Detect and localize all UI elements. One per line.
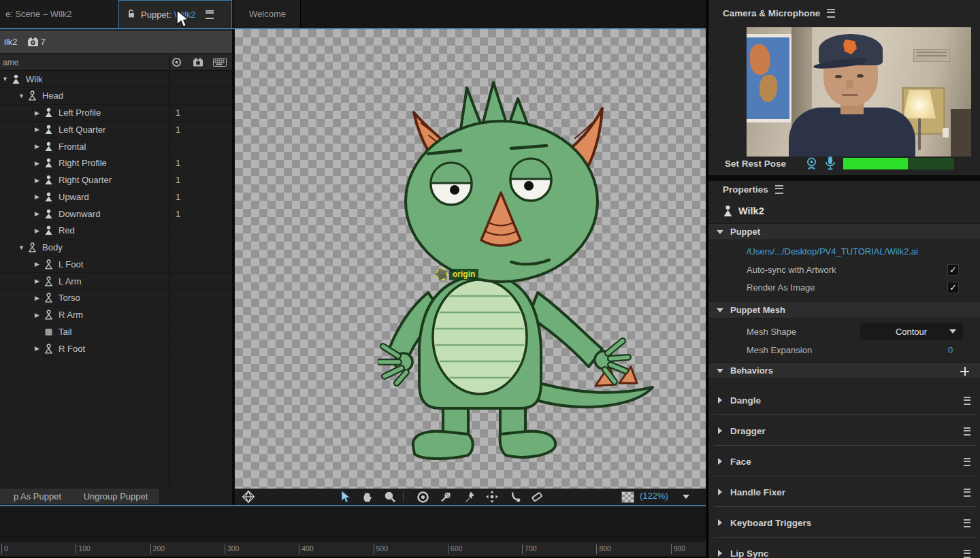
behavior-menu-icon[interactable] bbox=[964, 397, 970, 407]
tree-row-r-foot[interactable]: ▶R Foot bbox=[0, 340, 232, 357]
tree-row-l-foot[interactable]: ▶L Foot bbox=[0, 256, 232, 273]
mesh-shape-dropdown[interactable]: Contour bbox=[860, 323, 963, 340]
zoom-tool[interactable] bbox=[382, 489, 398, 504]
expand-arrow-icon[interactable]: ▶ bbox=[35, 193, 44, 200]
behavior-dangle[interactable]: Dangle bbox=[708, 385, 980, 415]
set-rest-pose-button[interactable]: Set Rest Pose bbox=[725, 159, 786, 169]
tree-row-downward[interactable]: ▶Downward1 bbox=[0, 206, 232, 223]
transparency-grid-toggle[interactable] bbox=[619, 489, 636, 504]
tree-row-left-quarter[interactable]: ▶Left Quarter1 bbox=[0, 121, 232, 138]
tab-menu-icon[interactable] bbox=[206, 10, 214, 19]
mouse-cursor bbox=[174, 9, 191, 29]
dragger-tool[interactable] bbox=[484, 489, 500, 504]
tree-row-right-profile[interactable]: ▶Right Profile1 bbox=[0, 155, 232, 172]
expand-arrow-icon[interactable]: ▶ bbox=[35, 143, 44, 150]
stick-tool[interactable] bbox=[438, 489, 454, 504]
group-as-puppet-button[interactable]: p As Puppet bbox=[0, 489, 78, 504]
behavior-keyboard-triggers[interactable]: Keyboard Triggers bbox=[708, 508, 980, 538]
expand-arrow-icon[interactable]: ▶ bbox=[35, 126, 44, 133]
eraser-tool[interactable] bbox=[529, 489, 545, 504]
tab-welcome[interactable]: Welcome bbox=[235, 0, 301, 28]
tree-row-frontal[interactable]: ▶Frontal bbox=[0, 138, 232, 155]
right-panel: Camera & Microphone bbox=[707, 0, 980, 558]
expand-arrow-icon[interactable]: ▶ bbox=[35, 160, 44, 167]
behavior-menu-icon[interactable] bbox=[964, 458, 970, 468]
section-collapse-icon[interactable] bbox=[717, 369, 723, 373]
section-collapse-icon[interactable] bbox=[717, 308, 723, 312]
show-mesh-icon[interactable] bbox=[240, 489, 257, 504]
webcam-toggle-icon[interactable] bbox=[804, 157, 819, 174]
expand-arrow-icon[interactable]: ▶ bbox=[35, 295, 44, 301]
behaviors-section-header[interactable]: Behaviors bbox=[708, 362, 980, 379]
behavior-expand-icon[interactable] bbox=[718, 489, 722, 495]
tab-scene[interactable]: e: Scene – Wilk2 bbox=[0, 0, 122, 28]
expand-arrow-icon[interactable]: ▶ bbox=[35, 110, 44, 116]
ungroup-puppet-button[interactable]: Ungroup Puppet bbox=[72, 489, 159, 504]
add-behavior-icon[interactable] bbox=[960, 367, 969, 376]
behavior-expand-icon[interactable] bbox=[718, 550, 722, 557]
tree-row-red[interactable]: ▶Red bbox=[0, 223, 232, 240]
microphone-toggle-icon[interactable] bbox=[825, 156, 836, 174]
timeline-ruler[interactable]: 0100200300400500600700800900 bbox=[0, 542, 706, 558]
expand-arrow-icon[interactable]: ▶ bbox=[35, 210, 44, 217]
tree-row-l-arm[interactable]: ▶L Arm bbox=[0, 273, 232, 290]
expand-arrow-icon[interactable]: ▼ bbox=[2, 76, 12, 82]
pin-tool[interactable] bbox=[461, 489, 477, 504]
zoom-dropdown-caret[interactable] bbox=[683, 495, 689, 499]
tree-row-r-arm[interactable]: ▶R Arm bbox=[0, 307, 232, 324]
puppet-canvas[interactable]: origin bbox=[235, 29, 706, 489]
tree-row-wilk[interactable]: ▼Wilk bbox=[0, 71, 232, 88]
source-artwork-link[interactable]: /Users/.../Desktop/PV4_TUTORIAL/Wilk2.ai bbox=[747, 246, 918, 257]
expand-arrow-icon[interactable]: ▶ bbox=[35, 345, 44, 352]
behavior-expand-icon[interactable] bbox=[718, 427, 722, 434]
hand-tool[interactable] bbox=[359, 489, 375, 504]
camera-mic-menu-icon[interactable] bbox=[827, 9, 835, 18]
behavior-face[interactable]: Face bbox=[708, 446, 980, 476]
expand-arrow-icon[interactable]: ▶ bbox=[35, 227, 44, 234]
behavior-dragger[interactable]: Dragger bbox=[708, 416, 980, 446]
handles-column-icon[interactable] bbox=[172, 57, 182, 69]
section-collapse-icon[interactable] bbox=[717, 230, 723, 234]
behavior-lip-sync[interactable]: Lip Sync bbox=[708, 538, 980, 558]
origin-tool[interactable] bbox=[414, 489, 431, 504]
tree-row-label: Body bbox=[42, 242, 63, 252]
tree-row-right-quarter[interactable]: ▶Right Quarter1 bbox=[0, 172, 232, 189]
properties-menu-icon[interactable] bbox=[775, 185, 783, 194]
tree-row-left-profile[interactable]: ▶Left Profile1 bbox=[0, 105, 232, 122]
expand-arrow-icon[interactable]: ▶ bbox=[35, 177, 44, 184]
tree-row-value: 1 bbox=[176, 192, 180, 202]
keyboard-column-icon[interactable] bbox=[213, 58, 227, 69]
tree-row-tail[interactable]: Tail bbox=[0, 323, 232, 340]
render-as-image-checkbox[interactable] bbox=[947, 282, 959, 293]
selection-tool[interactable] bbox=[337, 489, 353, 504]
dangle-tool[interactable] bbox=[507, 489, 523, 504]
expand-arrow-icon[interactable]: ▼ bbox=[18, 93, 28, 99]
tree-row-torso[interactable]: ▶Torso bbox=[0, 290, 232, 307]
behavior-menu-icon[interactable] bbox=[964, 519, 970, 529]
tree-row-upward[interactable]: ▶Upward1 bbox=[0, 188, 232, 206]
behavior-expand-icon[interactable] bbox=[718, 458, 722, 465]
puppet-mesh-section-header[interactable]: Puppet Mesh bbox=[708, 301, 980, 318]
origin-handle-icon[interactable] bbox=[436, 268, 448, 280]
behavior-menu-icon[interactable] bbox=[964, 427, 970, 438]
auto-sync-checkbox[interactable] bbox=[947, 264, 959, 276]
tree-row-head[interactable]: ▼Head bbox=[0, 88, 232, 105]
expand-arrow-icon[interactable]: ▼ bbox=[18, 244, 28, 251]
behavior-menu-icon[interactable] bbox=[964, 550, 970, 558]
expand-arrow-icon[interactable]: ▶ bbox=[35, 261, 44, 267]
mesh-expansion-value[interactable]: 0 bbox=[948, 345, 953, 355]
expand-arrow-icon[interactable]: ▶ bbox=[35, 312, 44, 318]
puppet-character-artwork[interactable] bbox=[378, 65, 664, 466]
behavior-menu-icon[interactable] bbox=[964, 489, 970, 499]
camera-column-icon[interactable] bbox=[193, 57, 203, 69]
behavior-expand-icon[interactable] bbox=[718, 397, 722, 404]
behavior-handle-fixer[interactable]: Handle Fixer bbox=[708, 477, 980, 507]
zoom-level-label[interactable]: (122%) bbox=[640, 491, 668, 501]
behavior-expand-icon[interactable] bbox=[718, 519, 722, 526]
tab-scene-label: e: Scene – Wilk2 bbox=[5, 9, 72, 19]
expand-arrow-icon[interactable]: ▶ bbox=[35, 278, 44, 284]
puppet-section-header[interactable]: Puppet bbox=[708, 223, 980, 240]
origin-handle[interactable]: origin bbox=[436, 268, 478, 280]
tree-row-body[interactable]: ▼Body bbox=[0, 240, 232, 257]
ruler-tick-300: 300 bbox=[225, 544, 240, 554]
